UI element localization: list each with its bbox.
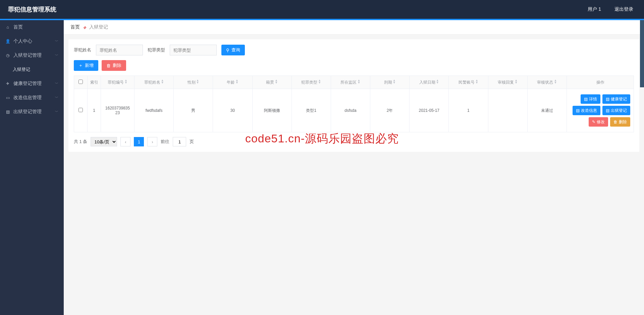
app-header: 罪犯信息管理系统 用户 1 退出登录 <box>0 0 644 19</box>
th-date[interactable]: 入狱日期▲▼ <box>410 76 449 89</box>
main-content: 首页 ⟐ 入狱登记 罪犯姓名 犯罪类型 ⚲ 查询 ＋ 新增 <box>64 20 644 315</box>
sort-icon: ▲▼ <box>475 79 478 84</box>
th-sex[interactable]: 性别▲▼ <box>174 76 213 89</box>
user-icon: 👤 <box>5 39 10 44</box>
chevron-down-icon: ﹀ <box>55 81 58 86</box>
sidebar-item-label: 入狱登记 <box>13 66 30 73</box>
th-police[interactable]: 民警账号▲▼ <box>449 76 488 89</box>
sort-icon: ▲▼ <box>161 79 164 84</box>
doc-icon: ▤ <box>584 97 588 101</box>
file-icon: ▤ <box>5 109 10 114</box>
sidebar-item-health[interactable]: ✈ 健康登记管理 ﹀ <box>0 77 64 91</box>
home-icon: ⌂ <box>5 25 10 30</box>
plus-icon: ＋ <box>78 62 83 69</box>
row-delete-button[interactable]: 🗑删除 <box>610 117 630 127</box>
th-status[interactable]: 审核状态▲▼ <box>527 76 567 89</box>
search-icon: ⚲ <box>226 48 229 53</box>
th-age[interactable]: 年龄▲▼ <box>213 76 252 89</box>
pager-prev[interactable]: ‹ <box>120 137 130 146</box>
header-user[interactable]: 用户 1 <box>585 4 604 14</box>
th-reply[interactable]: 审核回复▲▼ <box>488 76 527 89</box>
chevron-down-icon: ﹀ <box>55 109 58 114</box>
sidebar-item-label: 健康登记管理 <box>13 81 42 87</box>
pager-next[interactable]: › <box>147 137 157 146</box>
chevron-down-icon: ﹀ <box>55 95 58 100</box>
sort-icon: ▲▼ <box>196 79 199 84</box>
sort-icon: ▲▼ <box>124 79 127 84</box>
sort-icon: ▲▼ <box>357 79 360 84</box>
cell-term: 2年 <box>370 89 410 132</box>
th-origin[interactable]: 籍贯▲▼ <box>252 76 291 89</box>
reform-button[interactable]: ▤改造信息 <box>573 106 600 115</box>
add-button[interactable]: ＋ 新增 <box>74 60 98 71</box>
sidebar-item-label: 改造信息管理 <box>13 95 42 101</box>
sort-icon: ▲▼ <box>393 79 396 84</box>
doc-icon: ▤ <box>576 108 580 113</box>
th-zone[interactable]: 所在监区▲▼ <box>331 76 370 89</box>
doc-icon: ▤ <box>606 97 609 101</box>
cell-zone: dsfsda <box>331 89 370 132</box>
cell-num: 1620373983523 <box>101 89 135 132</box>
delete-button[interactable]: 🗑 删除 <box>102 60 126 71</box>
query-button[interactable]: ⚲ 查询 <box>221 45 245 55</box>
cell-sex: 男 <box>174 89 213 132</box>
input-prisoner-name[interactable] <box>96 45 143 55</box>
sidebar: ⌂ 首页 👤 个人中心 ﹀ ◷ 入狱登记管理 ﹀ 入狱登记 ✈ 健康登记管理 ﹀… <box>0 20 64 315</box>
th-op: 操作 <box>567 76 634 89</box>
breadcrumb-home[interactable]: 首页 <box>70 24 80 30</box>
cell-name: fwdfsdafs <box>135 89 174 132</box>
sidebar-item-release[interactable]: ▤ 出狱登记管理 ﹀ <box>0 105 64 119</box>
pager-goto-label: 前往 <box>161 139 169 145</box>
detail-button[interactable]: ▤详情 <box>581 94 600 104</box>
window-icon: ▭ <box>5 95 10 100</box>
sort-icon: ▲▼ <box>515 79 518 84</box>
plane-icon: ✈ <box>5 81 10 86</box>
sort-icon: ▲▼ <box>275 79 278 84</box>
cell-reply <box>488 89 527 132</box>
cell-type: 类型1 <box>291 89 331 132</box>
pager-page-1[interactable]: 1 <box>134 137 144 146</box>
sort-icon: ▲▼ <box>318 79 321 84</box>
pager-goto-input[interactable] <box>173 137 186 146</box>
cell-status: 未通过 <box>527 89 567 132</box>
sidebar-item-label: 入狱登记管理 <box>13 52 42 58</box>
sidebar-item-admission[interactable]: ◷ 入狱登记管理 ﹀ <box>0 48 64 62</box>
th-type[interactable]: 犯罪类型▲▼ <box>291 76 331 89</box>
edit-button[interactable]: ✎修改 <box>589 117 608 127</box>
th-name[interactable]: 罪犯姓名▲▼ <box>135 76 174 89</box>
logout-link[interactable]: 退出登录 <box>612 4 636 14</box>
label-name: 罪犯姓名 <box>74 47 91 53</box>
sort-icon: ▲▼ <box>554 79 557 84</box>
sort-icon: ▲▼ <box>235 79 238 84</box>
label-type: 犯罪类型 <box>148 47 165 53</box>
cell-age: 30 <box>213 89 252 132</box>
edit-icon: ✎ <box>592 120 595 124</box>
sidebar-item-reform[interactable]: ▭ 改造信息管理 ﹀ <box>0 91 64 105</box>
th-num[interactable]: 罪犯编号▲▼ <box>101 76 135 89</box>
chevron-down-icon: ﹀ <box>55 39 58 44</box>
pagination: 共 1 条 10条/页 ‹ 1 › 前往 页 <box>74 137 634 146</box>
pager-size-select[interactable]: 10条/页 <box>91 137 117 146</box>
cell-police: 1 <box>449 89 488 132</box>
checkbox-all[interactable] <box>78 80 83 84</box>
accent-strip <box>0 19 644 20</box>
th-term[interactable]: 刑期▲▼ <box>370 76 410 89</box>
right-accent-bar <box>640 20 644 87</box>
cell-idx: 1 <box>88 89 101 132</box>
sidebar-item-admission-sub[interactable]: 入狱登记 <box>0 62 64 77</box>
cell-origin: 阿斯顿撒 <box>252 89 291 132</box>
th-index: 索引 <box>88 76 101 89</box>
data-table: 索引 罪犯编号▲▼ 罪犯姓名▲▼ 性别▲▼ 年龄▲▼ 籍贯▲▼ 犯罪类型▲▼ 所… <box>74 76 634 132</box>
cell-date: 2021-05-17 <box>410 89 449 132</box>
table-row: 1 1620373983523 fwdfsdafs 男 30 阿斯顿撒 类型1 … <box>74 89 634 132</box>
release-button[interactable]: ▤出狱登记 <box>602 106 630 115</box>
sort-icon: ▲▼ <box>436 79 439 84</box>
sidebar-item-home[interactable]: ⌂ 首页 <box>0 20 64 34</box>
checkbox-row[interactable] <box>78 108 83 112</box>
search-bar: 罪犯姓名 犯罪类型 ⚲ 查询 <box>74 45 634 55</box>
sidebar-item-profile[interactable]: 👤 个人中心 ﹀ <box>0 34 64 48</box>
health-button[interactable]: ▤健康登记 <box>602 94 630 104</box>
clock-icon: ◷ <box>5 53 10 58</box>
input-crime-type[interactable] <box>170 45 217 55</box>
table-header-row: 索引 罪犯编号▲▼ 罪犯姓名▲▼ 性别▲▼ 年龄▲▼ 籍贯▲▼ 犯罪类型▲▼ 所… <box>74 76 634 89</box>
